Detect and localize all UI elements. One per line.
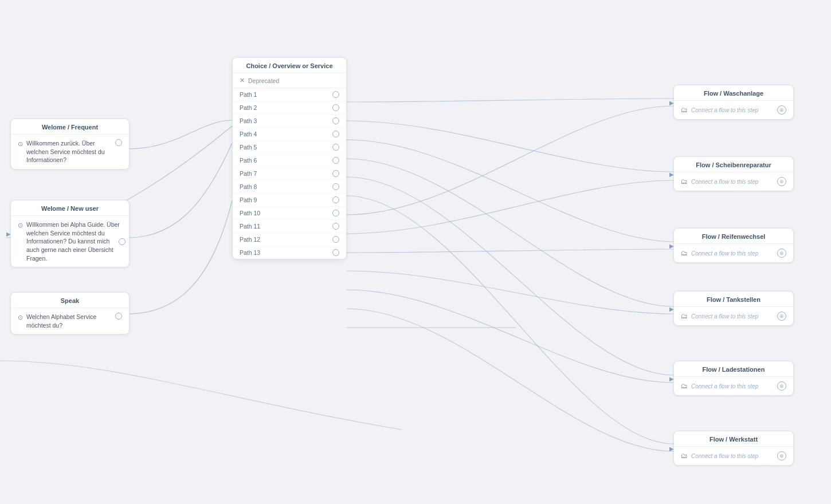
path-label-11: Path 11 <box>240 223 260 230</box>
connect-text-werkstatt: Connect a flow to this step <box>691 453 774 459</box>
path-label-7: Path 7 <box>240 170 257 177</box>
message-icon: ⊙ <box>18 140 23 148</box>
path-connector-9[interactable] <box>332 196 339 203</box>
path-row-11: Path 11 <box>233 220 346 233</box>
path-connector-4[interactable] <box>332 131 339 137</box>
flow-left-arrow-scheibenrep: ▶ <box>669 171 674 177</box>
left-arrow-new: ▶ <box>6 231 11 237</box>
flow-left-arrow-ladestationen: ▶ <box>669 375 674 381</box>
welcome-new-title: Welome / New user <box>11 200 129 216</box>
path-row-1: Path 1 <box>233 88 346 101</box>
path-label-1: Path 1 <box>240 91 257 98</box>
flow-left-arrow-tankstellen: ▶ <box>669 305 674 312</box>
path-connector-12[interactable] <box>332 236 339 243</box>
welcome-new-text: Willkommen bei Alpha Guide. Über welchen… <box>26 220 122 262</box>
flow-title-tankstellen: Flow / Tankstellen <box>674 292 793 307</box>
add-flow-btn-scheibenrep[interactable]: ⊕ <box>777 177 786 186</box>
deprecated-label: Deprecated <box>248 77 279 84</box>
flow-title-reifenwechsel: Flow / Reifenwechsel <box>674 229 793 244</box>
path-row-9: Path 9 <box>233 194 346 207</box>
flow-card-waschanlage: Flow / Waschanlage ▶ 🗂 Connect a flow to… <box>673 85 794 120</box>
path-row-10: Path 10 <box>233 207 346 220</box>
connect-text-reifenwechsel: Connect a flow to this step <box>691 250 774 257</box>
speak-connector[interactable] <box>115 313 122 320</box>
frequent-connector[interactable] <box>115 139 122 146</box>
connect-text-scheibenrep: Connect a flow to this step <box>691 179 774 185</box>
flow-folder-icon-scheibenrep: 🗂 <box>681 178 688 186</box>
flow-title-ladestationen: Flow / Ladestationen <box>674 361 793 377</box>
path-row-4: Path 4 <box>233 128 346 141</box>
flow-card-werkstatt: Flow / Werkstatt ▶ 🗂 Connect a flow to t… <box>673 431 794 466</box>
flow-card-ladestationen: Flow / Ladestationen ▶ 🗂 Connect a flow … <box>673 361 794 396</box>
path-connector-13[interactable] <box>332 249 339 256</box>
flow-card-scheibenrep: Flow / Scheibenreparatur ▶ 🗂 Connect a f… <box>673 156 794 191</box>
connect-text-ladestationen: Connect a flow to this step <box>691 383 774 389</box>
path-connector-5[interactable] <box>332 144 339 151</box>
flow-card-tankstellen: Flow / Tankstellen ▶ 🗂 Connect a flow to… <box>673 291 794 326</box>
path-connector-3[interactable] <box>332 117 339 124</box>
add-flow-btn-ladestationen[interactable]: ⊕ <box>777 381 786 391</box>
speak-card: Speak ⊙ Welchen Alphabet Service möchtes… <box>10 292 130 334</box>
flow-folder-icon-ladestationen: 🗂 <box>681 382 688 390</box>
flow-folder-icon-werkstatt: 🗂 <box>681 452 688 460</box>
path-row-2: Path 2 <box>233 101 346 115</box>
welcome-new-card: Welome / New user ⊙ Willkommen bei Alpha… <box>10 200 130 267</box>
add-flow-btn-tankstellen[interactable]: ⊕ <box>777 312 786 321</box>
path-row-12: Path 12 <box>233 233 346 246</box>
path-label-2: Path 2 <box>240 104 257 111</box>
x-icon: ✕ <box>240 77 245 84</box>
path-row-3: Path 3 <box>233 115 346 128</box>
welcome-frequent-text: Willkommen zurück. Über welchen Service … <box>26 139 112 164</box>
canvas: Welome / Frequent ⊙ Willkommen zurück. Ü… <box>0 0 831 504</box>
flow-left-arrow-werkstatt: ▶ <box>669 445 674 451</box>
flow-card-reifenwechsel: Flow / Reifenwechsel ▶ 🗂 Connect a flow … <box>673 228 794 263</box>
welcome-frequent-card: Welome / Frequent ⊙ Willkommen zurück. Ü… <box>10 119 130 170</box>
path-connector-7[interactable] <box>332 170 339 177</box>
message-icon-3: ⊙ <box>18 313 23 322</box>
path-label-5: Path 5 <box>240 144 257 151</box>
path-row-13: Path 13 <box>233 246 346 259</box>
path-label-6: Path 6 <box>240 157 257 164</box>
deprecated-row: ✕ Deprecated <box>233 73 346 88</box>
speak-text: Welchen Alphabet Service möchtest du? <box>26 313 112 329</box>
new-connector[interactable] <box>119 238 126 245</box>
connect-text-waschanlage: Connect a flow to this step <box>691 107 774 113</box>
path-row-7: Path 7 <box>233 167 346 180</box>
add-flow-btn-werkstatt[interactable]: ⊕ <box>777 451 786 460</box>
path-connector-6[interactable] <box>332 157 339 164</box>
path-connector-8[interactable] <box>332 183 339 190</box>
flow-folder-icon-waschanlage: 🗂 <box>681 106 688 114</box>
speak-title: Speak <box>11 293 129 308</box>
path-label-4: Path 4 <box>240 131 257 137</box>
path-row-8: Path 8 <box>233 180 346 194</box>
welcome-frequent-title: Welome / Frequent <box>11 119 129 135</box>
path-label-3: Path 3 <box>240 117 257 124</box>
message-icon-2: ⊙ <box>18 221 23 230</box>
path-row-5: Path 5 <box>233 141 346 154</box>
path-connector-2[interactable] <box>332 104 339 111</box>
choice-title: Choice / Overview or Service <box>233 58 346 73</box>
flow-folder-icon-tankstellen: 🗂 <box>681 312 688 320</box>
add-flow-btn-waschanlage[interactable]: ⊕ <box>777 105 786 115</box>
flow-folder-icon-reifenwechsel: 🗂 <box>681 249 688 257</box>
flow-title-scheibenrep: Flow / Scheibenreparatur <box>674 157 793 172</box>
flow-title-werkstatt: Flow / Werkstatt <box>674 431 793 447</box>
path-label-10: Path 10 <box>240 210 260 216</box>
flow-left-arrow-reifenwechsel: ▶ <box>669 242 674 249</box>
choice-card: Choice / Overview or Service ✕ Deprecate… <box>232 57 347 259</box>
path-connector-10[interactable] <box>332 210 339 216</box>
flow-title-waschanlage: Flow / Waschanlage <box>674 85 793 101</box>
flow-left-arrow-waschanlage: ▶ <box>669 99 674 105</box>
path-label-12: Path 12 <box>240 236 260 243</box>
path-label-8: Path 8 <box>240 183 257 190</box>
connect-text-tankstellen: Connect a flow to this step <box>691 313 774 320</box>
path-label-9: Path 9 <box>240 196 257 203</box>
path-connector-1[interactable] <box>332 91 339 98</box>
path-connector-11[interactable] <box>332 223 339 230</box>
path-label-13: Path 13 <box>240 249 260 256</box>
path-row-6: Path 6 <box>233 154 346 167</box>
add-flow-btn-reifenwechsel[interactable]: ⊕ <box>777 249 786 258</box>
